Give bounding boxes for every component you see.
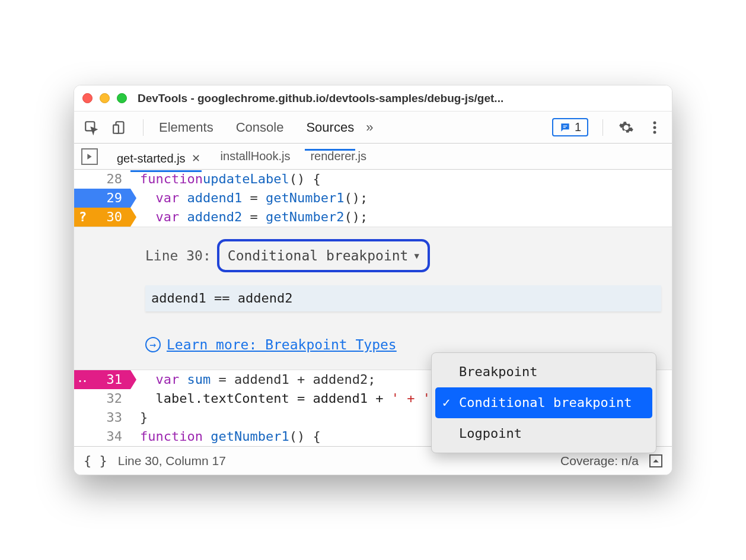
file-tab-label: get-started.js: [117, 152, 186, 166]
coverage-status: Coverage: n/a: [560, 454, 639, 468]
breakpoint-line-label: Line 30:: [145, 246, 211, 265]
toolbar-divider: [602, 119, 603, 136]
maximize-window-button[interactable]: [117, 93, 127, 103]
breakpoint-condition-input[interactable]: addend1 == addend2: [145, 285, 661, 311]
gutter-line-number[interactable]: 28: [74, 170, 130, 189]
traffic-lights: [82, 93, 127, 103]
devtools-window: DevTools - googlechrome.github.io/devtoo…: [74, 85, 672, 475]
kebab-menu-icon[interactable]: [646, 119, 664, 136]
panel-tabs: Elements Console Sources: [158, 113, 355, 142]
more-tabs-button[interactable]: »: [366, 120, 373, 135]
svg-rect-2: [113, 125, 119, 133]
code-text: functionupdateLabel() {: [130, 170, 321, 189]
dropdown-option-conditional[interactable]: Conditional breakpoint: [435, 387, 652, 418]
breakpoint-editor: Line 30: Conditional breakpoint ▼ addend…: [74, 227, 672, 370]
navigator-toggle-icon[interactable]: [81, 148, 98, 165]
file-tab-get-started[interactable]: get-started.js ✕: [116, 147, 202, 172]
main-toolbar: Elements Console Sources » 1: [74, 112, 672, 144]
learn-more-link[interactable]: Learn more: Breakpoint Types: [167, 335, 397, 354]
code-text: var addend1 = getNumber1();: [130, 189, 368, 208]
code-text: var addend2 = getNumber2();: [130, 208, 368, 227]
gutter-line-number[interactable]: 32: [74, 389, 130, 408]
titlebar: DevTools - googlechrome.github.io/devtoo…: [74, 85, 672, 112]
tab-elements[interactable]: Elements: [158, 113, 215, 142]
code-text: }: [130, 408, 148, 427]
inspect-element-icon[interactable]: [82, 119, 100, 136]
code-text: function getNumber1() {: [130, 427, 321, 446]
svg-rect-4: [563, 127, 566, 128]
gutter-line-number[interactable]: 30: [74, 208, 130, 227]
tab-console[interactable]: Console: [235, 113, 285, 142]
cursor-position: Line 30, Column 17: [118, 454, 226, 468]
minimize-window-button[interactable]: [100, 93, 110, 103]
code-line[interactable]: 30 var addend2 = getNumber2();: [74, 208, 672, 227]
window-title: DevTools - googlechrome.github.io/devtoo…: [138, 92, 503, 105]
issues-count: 1: [575, 120, 581, 134]
file-tab-label: renderer.js: [310, 149, 366, 163]
gutter-line-number[interactable]: 29: [74, 189, 130, 208]
breakpoint-type-dropdown: Breakpoint Conditional breakpoint Logpoi…: [431, 352, 656, 453]
close-window-button[interactable]: [82, 93, 93, 103]
dropdown-option-logpoint[interactable]: Logpoint: [435, 418, 652, 449]
file-tabs: get-started.js ✕ installHook.js renderer…: [74, 144, 672, 170]
svg-rect-3: [563, 125, 568, 126]
gutter-line-number[interactable]: 34: [74, 427, 130, 446]
chat-icon: [559, 122, 571, 133]
chevron-down-icon: ▼: [414, 246, 419, 265]
code-text: var sum = addend1 + addend2;: [130, 370, 375, 389]
code-editor[interactable]: 28functionupdateLabel() {29 var addend1 …: [74, 170, 672, 446]
breakpoint-type-value: Conditional breakpoint: [228, 246, 409, 265]
file-tab-label: installHook.js: [221, 149, 291, 163]
svg-point-6: [653, 126, 656, 129]
svg-point-5: [653, 121, 656, 124]
show-drawer-icon[interactable]: [649, 454, 662, 467]
file-tab-renderer[interactable]: renderer.js: [309, 145, 368, 168]
arrow-right-circle-icon: →: [145, 337, 161, 352]
issues-badge[interactable]: 1: [552, 118, 588, 136]
code-line[interactable]: 29 var addend1 = getNumber1();: [74, 189, 672, 208]
dropdown-option-breakpoint[interactable]: Breakpoint: [435, 357, 652, 387]
close-icon[interactable]: ✕: [192, 152, 200, 165]
code-line[interactable]: 28functionupdateLabel() {: [74, 170, 672, 189]
file-tab-installhook[interactable]: installHook.js: [219, 145, 292, 168]
gutter-line-number[interactable]: 31: [74, 370, 130, 389]
gutter-line-number[interactable]: 33: [74, 408, 130, 427]
svg-point-7: [653, 131, 656, 133]
settings-icon[interactable]: [617, 119, 635, 136]
toolbar-divider: [143, 119, 144, 136]
device-toolbar-icon[interactable]: [111, 119, 129, 136]
pretty-print-icon[interactable]: { }: [84, 453, 107, 468]
breakpoint-type-select[interactable]: Conditional breakpoint ▼: [217, 239, 430, 272]
